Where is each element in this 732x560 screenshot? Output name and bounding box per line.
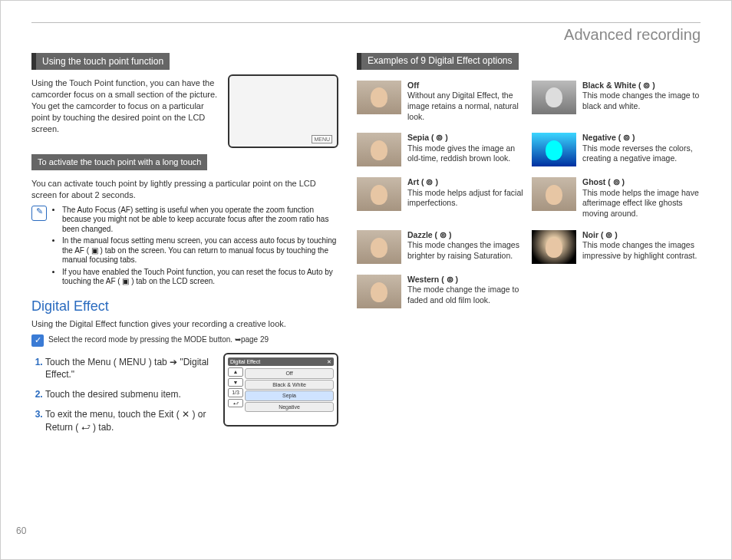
effect-title: Ghost ( ⊚ ): [582, 177, 701, 188]
effect-title: Noir ( ⊚ ): [582, 230, 701, 241]
mode-note: ✓ Select the record mode by pressing the…: [31, 334, 338, 347]
page-number: 60: [16, 525, 26, 536]
steps-row: Digital Effect ✕ ▲ ▼ 1/3 ⮐ Off Black & W…: [31, 353, 338, 441]
effect-thumb: [532, 133, 576, 166]
effect-thumb: [357, 177, 401, 211]
effect-title: Sepia ( ⊚ ): [407, 133, 526, 143]
effect-thumb: [532, 230, 576, 264]
note-item: In the manual focus setting menu screen,…: [62, 236, 338, 265]
down-icon[interactable]: ▼: [228, 378, 243, 387]
effect-desc: This mode helps adjust for facial imperf…: [407, 188, 526, 209]
effect-thumb: [357, 133, 401, 166]
effect-cell: Dazzle ( ⊚ )This mode changes the images…: [407, 230, 526, 264]
effect-title: Dazzle ( ⊚ ): [407, 230, 526, 241]
notes-list: The Auto Focus (AF) setting is useful wh…: [62, 206, 338, 289]
effect-desc: Without any Digital Effect, the image re…: [407, 91, 526, 122]
effect-title: Black & White ( ⊚ ): [582, 81, 701, 91]
mode-note-text: Select the record mode by pressing the M…: [48, 334, 269, 347]
return-icon[interactable]: ⮐: [228, 399, 243, 407]
menu-item-selected[interactable]: Sepia: [245, 390, 334, 400]
check-icon: ✓: [31, 334, 44, 347]
menu-title: Digital Effect: [230, 358, 260, 365]
close-icon[interactable]: ✕: [327, 358, 331, 365]
left-column: Using the touch point function MENU Usin…: [31, 50, 338, 441]
effect-cell: Sepia ( ⊚ )This mode gives the image an …: [407, 133, 526, 166]
effect-cell: Negative ( ⊚ )This mode reverses the col…: [582, 133, 701, 166]
effect-desc: This mode changes the image to black and…: [582, 91, 701, 111]
effect-desc: This mode reverses the colors, creating …: [582, 143, 701, 164]
effect-cell: OffWithout any Digital Effect, the image…: [407, 81, 526, 123]
effect-title: Western ( ⊚ ): [407, 275, 526, 285]
menu-item[interactable]: Off: [245, 368, 334, 378]
effect-thumb: [357, 275, 401, 308]
heading-examples: Examples of 9 Digital Effect options: [357, 53, 519, 70]
effect-title: Off: [407, 81, 526, 91]
right-column: Examples of 9 Digital Effect options Off…: [357, 50, 701, 441]
heading-digital-effect: Digital Effect: [31, 297, 338, 315]
effect-cell: Western ( ⊚ )The mode change the image t…: [407, 275, 526, 308]
effect-cell: Ghost ( ⊚ )This mode helps the image hav…: [582, 177, 701, 219]
heading-touch-point: Using the touch point function: [31, 53, 170, 70]
effect-cell: Noir ( ⊚ )This mode changes the images i…: [582, 230, 701, 264]
note-item: The Auto Focus (AF) setting is useful wh…: [62, 206, 338, 235]
digital-effect-desc: Using the Digital Effect function gives …: [31, 318, 338, 330]
effect-thumb: [357, 81, 401, 114]
page-title: Advanced recording: [31, 22, 701, 44]
manual-page: 60 Advanced recording Using the touch po…: [0, 0, 732, 560]
effect-desc: The mode change the image to faded and o…: [407, 285, 526, 305]
effect-desc: This mode changes the images impressive …: [582, 240, 701, 261]
effect-title: Negative ( ⊚ ): [582, 133, 701, 143]
effect-desc: This mode helps the image have afterimag…: [582, 188, 701, 219]
lcd-screenshot: MENU: [228, 74, 338, 148]
effect-desc: This mode changes the images brighter by…: [407, 240, 526, 261]
effect-thumb: [357, 230, 401, 264]
menu-item[interactable]: Black & White: [245, 380, 334, 390]
up-icon[interactable]: ▲: [228, 367, 243, 376]
touch-point-row: MENU Using the Touch Point function, you…: [31, 74, 338, 151]
effect-desc: This mode gives the image an old-time, r…: [407, 143, 526, 164]
menu-item[interactable]: Negative: [245, 402, 334, 412]
menu-screenshot: Digital Effect ✕ ▲ ▼ 1/3 ⮐ Off Black & W…: [223, 353, 338, 427]
heading-activate-long-touch: To activate the touch point with a long …: [31, 154, 207, 170]
content-columns: Using the touch point function MENU Usin…: [31, 50, 701, 441]
effect-thumb: [532, 81, 576, 114]
effect-cell: Black & White ( ⊚ )This mode changes the…: [582, 81, 701, 123]
menu-button[interactable]: MENU: [312, 135, 332, 143]
notes-block: ✎ The Auto Focus (AF) setting is useful …: [31, 206, 338, 289]
long-touch-desc: You can activate touch point by lightly …: [31, 178, 338, 201]
effect-cell: Art ( ⊚ )This mode helps adjust for faci…: [407, 177, 526, 219]
effect-title: Art ( ⊚ ): [407, 177, 526, 188]
page-indicator: 1/3: [228, 388, 243, 397]
effect-thumb: [532, 177, 576, 211]
note-item: If you have enabled the Touch Point func…: [62, 268, 338, 287]
note-icon: ✎: [31, 206, 47, 221]
effects-grid: OffWithout any Digital Effect, the image…: [357, 81, 701, 308]
